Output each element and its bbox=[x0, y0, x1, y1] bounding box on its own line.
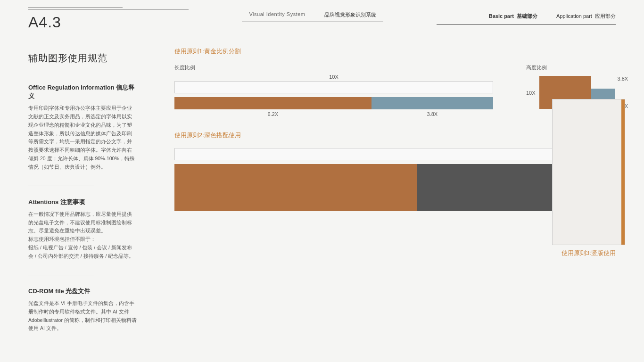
section-code: A4.3 bbox=[28, 9, 189, 31]
section3-title: CD-ROM file 光盘文件 bbox=[28, 287, 137, 296]
header-center: Visual Identity System 品牌视觉形象识别系统 bbox=[189, 11, 437, 26]
principle1-title: 使用原则1:黄金比例分割 bbox=[174, 47, 625, 56]
length-gold-segment bbox=[174, 97, 372, 109]
principle2-gold-segment bbox=[174, 164, 417, 211]
header-nav: Basic part 基础部分 Application part 应用部分 bbox=[437, 13, 616, 25]
length-6-2x-label: 6.2X bbox=[174, 111, 372, 117]
nav-application: Application part 应用部分 bbox=[556, 13, 616, 20]
principle2-dark-segment bbox=[417, 164, 567, 211]
principle3-title: 使用原则3:竖版使用 bbox=[552, 249, 625, 257]
section2-body: 在一般情况下使用品牌标志，应尽量使用提供的光盘电子文件，不建议使用标准制图绘制标… bbox=[28, 210, 137, 261]
principle3-container: 使用原则3:竖版使用 bbox=[552, 99, 625, 245]
length-10x-label: 10X bbox=[174, 74, 493, 80]
length-sub-labels: 6.2X 3.8X bbox=[174, 111, 493, 117]
vi-label-en: Visual Identity System bbox=[249, 11, 305, 18]
section2-title: Attentions 注意事项 bbox=[28, 198, 137, 206]
height-ratio-label: 高度比例 bbox=[526, 64, 625, 71]
divider1 bbox=[28, 186, 94, 186]
principle3-box bbox=[552, 99, 625, 245]
principle2-combo-bar bbox=[174, 164, 567, 211]
length-split-bar bbox=[174, 97, 493, 109]
length-blue-segment bbox=[372, 97, 493, 109]
content-area: 使用原则1:黄金比例分割 长度比例 10X 6 bbox=[160, 38, 644, 362]
principle3-orange-bar bbox=[621, 99, 625, 245]
section-cdrom: CD-ROM file 光盘文件 光盘文件是本 VI 手册电子文件的集合，内含手… bbox=[28, 287, 137, 333]
length-outer-bar bbox=[174, 81, 493, 93]
section1-title: Office Regulation Information 信息释义 bbox=[28, 83, 137, 100]
section-office-regulation: Office Regulation Information 信息释义 专用印刷字… bbox=[28, 83, 137, 172]
divider2 bbox=[28, 275, 94, 275]
header: A4.3 Visual Identity System 品牌视觉形象识别系统 B… bbox=[0, 0, 644, 38]
principle2-top-bar bbox=[174, 148, 567, 160]
height-10x-label: 10X bbox=[526, 90, 536, 96]
vi-label-cn: 品牌视觉形象识别系统 bbox=[324, 11, 376, 18]
section3-body: 光盘文件是本 VI 手册电子文件的集合，内含手册制作时的专用软件格式文件。其中 … bbox=[28, 299, 137, 333]
length-ratio-section: 长度比例 10X 6.2X 3.8X bbox=[174, 64, 493, 117]
main-content: 辅助图形使用规范 Office Regulation Information 信… bbox=[0, 38, 644, 362]
section1-body: 专用印刷字体和专用办公字体主要应用于企业文献的正文及实务用品，所选定的字体用以实… bbox=[28, 104, 137, 172]
length-3-8x-label: 3.8X bbox=[372, 111, 493, 117]
header-left: A4.3 bbox=[28, 7, 189, 31]
section-attentions: Attentions 注意事项 在一般情况下使用品牌标志，应尽量使用提供的光盘电… bbox=[28, 198, 137, 261]
length-ratio-label: 长度比例 bbox=[174, 64, 493, 71]
height-3-8x-label: 3.8X bbox=[618, 76, 628, 82]
sidebar: 辅助图形使用规范 Office Regulation Information 信… bbox=[0, 38, 160, 362]
vi-system-labels: Visual Identity System 品牌视觉形象识别系统 bbox=[242, 11, 383, 22]
sidebar-main-title: 辅助图形使用规范 bbox=[28, 52, 137, 65]
nav-basic: Basic part 基础部分 bbox=[489, 13, 537, 20]
